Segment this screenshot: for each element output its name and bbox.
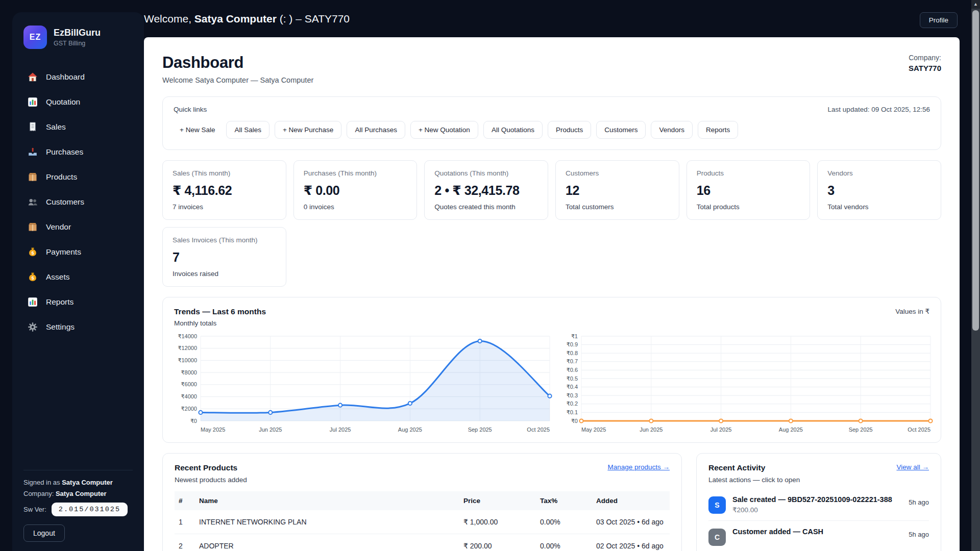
sidebar-item-dashboard[interactable]: Dashboard <box>23 64 133 89</box>
receipt-icon <box>28 122 38 132</box>
logout-button[interactable]: Logout <box>23 524 65 542</box>
signed-in-line: Signed in as Satya Computer <box>23 479 133 486</box>
stat-card-quotations-this-month: Quotations (This month) 2 • ₹ 32,415.78 … <box>424 160 548 220</box>
profile-button[interactable]: Profile <box>920 12 958 28</box>
column-header-tax: Tax% <box>536 491 592 510</box>
activity-list: S Sale created — 9BD527-20251009-022221-… <box>708 489 929 551</box>
view-all-link[interactable]: View all → <box>896 463 929 471</box>
svg-text:Jun 2025: Jun 2025 <box>259 427 282 433</box>
svg-text:₹0: ₹0 <box>190 418 197 424</box>
vendors-button[interactable]: Vendors <box>651 121 693 139</box>
sidebar-item-customers[interactable]: Customers <box>23 189 133 214</box>
version-value: 2.015/031025 <box>52 503 128 516</box>
page-title: Dashboard <box>162 54 313 72</box>
package-icon <box>28 172 38 182</box>
sidebar-item-label: Products <box>46 172 77 182</box>
stat-card-vendors: Vendors 3 Total vendors <box>817 160 941 220</box>
stat-sub: Invoices raised <box>173 270 276 278</box>
svg-text:$: $ <box>31 250 34 255</box>
sidebar-item-label: Quotation <box>46 97 80 107</box>
cell-tax: 0.00% <box>536 510 592 534</box>
last-updated-text: Last updated: 09 Oct 2025, 12:56 <box>828 106 930 113</box>
sidebar-item-assets[interactable]: $ Assets <box>23 264 133 289</box>
cell-price: ₹ 200.00 <box>459 534 536 551</box>
svg-text:₹4000: ₹4000 <box>181 393 197 399</box>
recent-activity-title: Recent Activity <box>708 463 800 472</box>
scrollbar-thumb[interactable] <box>972 10 979 331</box>
secondary-trend-chart-svg: ₹0₹0.1₹0.2₹0.3₹0.4₹0.5₹0.6₹0.7₹0.8₹0.9₹1… <box>555 330 936 436</box>
recent-products-table: #NamePriceTax%Added 1 INTERNET NETWORKIN… <box>175 491 670 551</box>
money-bag-icon: $ <box>28 247 38 257</box>
sidebar-item-label: Payments <box>46 247 81 257</box>
all-sales-button[interactable]: All Sales <box>226 121 270 139</box>
app-logo: EZ <box>23 26 47 49</box>
sidebar-item-quotation[interactable]: Quotation <box>23 89 133 114</box>
top-header: Welcome, Satya Computer (: ) – SATY770 P… <box>144 0 960 38</box>
stat-value: 3 <box>827 183 931 198</box>
stat-value: 7 <box>173 250 276 265</box>
all-quotations-button[interactable]: All Quotations <box>483 121 543 139</box>
svg-text:₹0.9: ₹0.9 <box>567 341 578 347</box>
svg-text:₹6000: ₹6000 <box>181 381 197 387</box>
stat-label: Sales (This month) <box>173 169 276 177</box>
sidebar: EZ EzBillGuru GST Billing Dashboard Quot… <box>12 12 144 551</box>
sidebar-item-purchases[interactable]: Purchases <box>23 139 133 164</box>
sidebar-item-payments[interactable]: $ Payments <box>23 239 133 264</box>
stat-label: Sales Invoices (This month) <box>173 236 276 244</box>
cell-index: 1 <box>175 510 195 534</box>
manage-products-link[interactable]: Manage products → <box>607 463 670 471</box>
svg-text:₹0.6: ₹0.6 <box>567 367 578 373</box>
quick-links-label: Quick links <box>174 106 207 113</box>
stat-value: 16 <box>697 183 800 198</box>
column-header-name: Name <box>195 491 459 510</box>
activity-title: Sale created — 9BD527-20251009-022221-38… <box>732 495 892 504</box>
svg-text:₹0.2: ₹0.2 <box>567 400 578 407</box>
page-scrollbar[interactable]: ▲ <box>971 0 980 551</box>
activity-time: 5h ago <box>909 495 929 506</box>
company-code: SATY770 <box>909 64 941 72</box>
products-table-header: #NamePriceTax%Added <box>175 491 670 510</box>
sidebar-item-label: Customers <box>46 197 84 207</box>
svg-text:Aug 2025: Aug 2025 <box>779 427 803 433</box>
sidebar-item-products[interactable]: Products <box>23 164 133 189</box>
sales-trend-chart: ₹0₹2000₹4000₹6000₹8000₹10000₹12000₹14000… <box>174 330 555 438</box>
column-header-added: Added <box>592 491 670 510</box>
table-row: 2 ADOPTER ₹ 200.00 0.00% 02 Oct 2025 • 6… <box>175 534 670 551</box>
svg-text:$: $ <box>31 275 34 280</box>
reports-button[interactable]: Reports <box>698 121 738 139</box>
stat-label: Customers <box>566 169 669 177</box>
company-box: Company: SATY770 <box>909 54 941 72</box>
stat-label: Products <box>697 169 800 177</box>
sidebar-item-label: Settings <box>46 322 75 332</box>
sidebar-item-vendor[interactable]: Vendor <box>23 214 133 239</box>
svg-text:Oct 2025: Oct 2025 <box>908 427 930 433</box>
new-quotation-button[interactable]: + New Quotation <box>410 121 478 139</box>
activity-title: Customer added — CASH <box>732 528 823 536</box>
scroll-up-arrow-icon[interactable]: ▲ <box>971 0 980 9</box>
products-button[interactable]: Products <box>548 121 591 139</box>
stat-card-products: Products 16 Total products <box>687 160 811 220</box>
trends-subtitle: Monthly totals <box>174 319 266 327</box>
activity-item[interactable]: S Sale created — 9BD527-20251009-022221-… <box>708 489 929 521</box>
stat-value: ₹ 0.00 <box>304 183 407 198</box>
new-purchase-button[interactable]: + New Purchase <box>275 121 341 139</box>
svg-text:₹2000: ₹2000 <box>181 406 197 412</box>
new-sale-button[interactable]: + New Sale <box>174 121 221 139</box>
sidebar-item-label: Dashboard <box>46 72 85 82</box>
cell-added: 02 Oct 2025 • 6d ago <box>592 534 670 551</box>
stat-label: Purchases (This month) <box>304 169 407 177</box>
all-purchases-button[interactable]: All Purchases <box>347 121 405 139</box>
quick-links-card: Quick links Last updated: 09 Oct 2025, 1… <box>162 96 941 150</box>
svg-text:₹0.5: ₹0.5 <box>567 375 578 382</box>
values-note: Values in ₹ <box>895 307 929 315</box>
svg-text:Aug 2025: Aug 2025 <box>398 427 422 433</box>
stat-label: Quotations (This month) <box>434 169 538 177</box>
version-label: Sw Ver: <box>23 506 46 513</box>
sidebar-item-sales[interactable]: Sales <box>23 114 133 139</box>
activity-item[interactable]: C Customer added — CASH 5h ago <box>708 521 929 551</box>
svg-text:May 2025: May 2025 <box>201 427 225 433</box>
sidebar-item-settings[interactable]: Settings <box>23 314 133 339</box>
sidebar-item-reports[interactable]: Reports <box>23 289 133 314</box>
svg-text:Jul 2025: Jul 2025 <box>710 427 732 433</box>
customers-button[interactable]: Customers <box>596 121 646 139</box>
